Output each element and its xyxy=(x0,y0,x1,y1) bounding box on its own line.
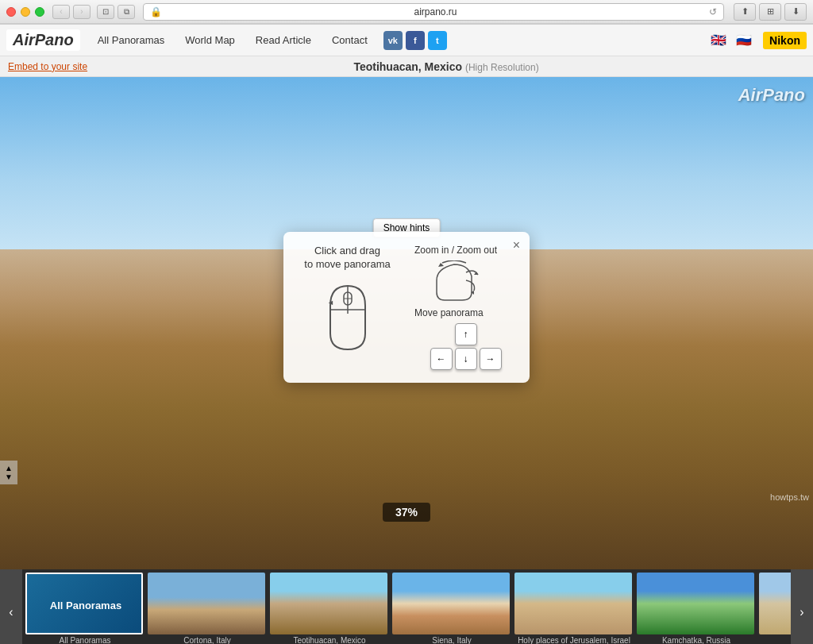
arrow-down-key: ↓ xyxy=(455,348,477,370)
nikon-sponsor: Nikon xyxy=(763,32,807,49)
nav-all-panoramas[interactable]: All Panoramas xyxy=(88,29,175,51)
zoom-hint-label: Zoom in / Zoom out xyxy=(414,245,517,256)
thumb-label-siena: Siena, Italy xyxy=(392,634,511,644)
close-hints-button[interactable]: × xyxy=(513,238,520,253)
thumb-jerusalem-img xyxy=(514,573,632,634)
arrow-right-key: → xyxy=(480,348,502,370)
thumb-img-teotihuacan xyxy=(270,573,387,634)
traffic-lights xyxy=(6,7,44,17)
forward-button[interactable]: › xyxy=(73,5,91,19)
svg-marker-5 xyxy=(438,263,444,267)
sub-bar: Embed to your site Teotihuacan, Mexico (… xyxy=(0,56,813,77)
airpano-watermark: AirPano xyxy=(738,85,805,106)
close-window-btn[interactable] xyxy=(6,7,16,17)
thumb-teotihuacan[interactable]: Teotihuacan, Mexico xyxy=(270,573,389,644)
window-split-btn[interactable]: ⧉ xyxy=(118,5,135,19)
thumb-label-kamchatka: Kamchatka, Russia xyxy=(637,634,756,644)
thumb-all-panoramas[interactable]: All Panoramas All Panoramas xyxy=(25,573,144,644)
thumbnails-next-button[interactable]: › xyxy=(791,569,813,644)
thumb-img-vienna xyxy=(759,573,791,634)
window-resize-btn[interactable]: ⊡ xyxy=(97,5,114,19)
mouse-icon: ◄ xyxy=(316,278,380,357)
russian-flag[interactable]: 🇷🇺 xyxy=(733,33,755,48)
downloads-button[interactable]: ⬇ xyxy=(784,3,807,21)
hints-dialog: × Click and dragto move panorama xyxy=(283,232,530,383)
reload-button[interactable]: ↺ xyxy=(709,6,717,17)
drag-hint: Click and dragto move panorama ◄ xyxy=(296,245,399,361)
thumb-siena-img xyxy=(392,573,510,634)
thumb-cortona-img xyxy=(148,573,265,634)
bookmark-button[interactable]: ⊞ xyxy=(759,3,781,21)
url-display: airpano.ru xyxy=(162,6,709,17)
scroll-zoom-icon xyxy=(414,260,494,304)
language-flags: 🇬🇧 🇷🇺 Nikon xyxy=(707,32,807,49)
app-navbar: AirPano All Panoramas World Map Read Art… xyxy=(0,25,813,56)
svg-text:◄: ◄ xyxy=(327,299,334,307)
thumb-vienna-img xyxy=(759,573,791,634)
zoom-move-hints: Zoom in / Zoom out Move panorama ↑ xyxy=(414,245,517,370)
thumb-img-siena xyxy=(392,573,510,634)
twitter-icon[interactable]: t xyxy=(428,31,447,50)
move-hint-label: Move panorama xyxy=(414,307,517,318)
browser-nav-buttons: ‹ › xyxy=(52,5,91,19)
scroll-indicator: ▲▼ xyxy=(0,461,17,484)
minimize-window-btn[interactable] xyxy=(21,7,30,17)
panorama-area[interactable]: AirPano Show hints × Click and dragto mo… xyxy=(0,77,813,569)
thumb-label-cortona: Cortona, Italy xyxy=(148,634,267,644)
thumb-img-all: All Panoramas xyxy=(25,573,143,634)
vk-icon[interactable]: vk xyxy=(383,31,403,50)
thumb-cortona[interactable]: Cortona, Italy xyxy=(148,573,267,644)
nav-world-map[interactable]: World Map xyxy=(175,29,245,51)
thumb-img-jerusalem xyxy=(514,573,632,634)
thumb-img-kamchatka xyxy=(637,573,754,634)
thumbnail-strip: ‹ All Panoramas All Panoramas Cortona, I… xyxy=(0,569,813,644)
browser-actions: ⬆ ⊞ ⬇ xyxy=(734,3,807,21)
facebook-icon[interactable]: f xyxy=(406,31,425,50)
nav-contact[interactable]: Contact xyxy=(322,29,377,51)
social-icons: vk f t xyxy=(383,31,447,50)
main-nav-menu: All Panoramas World Map Read Article Con… xyxy=(88,29,377,51)
progress-indicator: 37% xyxy=(383,503,430,522)
nav-read-article[interactable]: Read Article xyxy=(246,29,321,51)
back-button[interactable]: ‹ xyxy=(52,5,70,19)
page-title: Teotihuacan, Mexico (High Resolution) xyxy=(87,60,805,73)
arrow-keys: ↑ ← ↓ → xyxy=(414,323,517,370)
drag-hint-label: Click and dragto move panorama xyxy=(296,245,399,272)
thumb-label-teotihuacan: Teotihuacan, Mexico xyxy=(270,634,389,644)
resolution-label: (High Resolution) xyxy=(465,62,539,73)
share-button[interactable]: ⬆ xyxy=(734,3,756,21)
lock-icon: 🔒 xyxy=(150,6,162,17)
hints-content: Click and dragto move panorama ◄ xyxy=(296,245,517,370)
browser-titlebar: ‹ › ⊡ ⧉ 🔒 airpano.ru ↺ ⬆ ⊞ ⬇ xyxy=(0,0,813,24)
thumb-img-cortona xyxy=(148,573,265,634)
thumb-label-jerusalem: Holy places of Jerusalem, Israel xyxy=(514,634,634,644)
embed-link[interactable]: Embed to your site xyxy=(8,61,87,72)
maximize-window-btn[interactable] xyxy=(35,7,44,17)
thumb-jerusalem[interactable]: Holy places of Jerusalem, Israel xyxy=(514,573,634,644)
thumbnails-list: All Panoramas All Panoramas Cortona, Ita… xyxy=(22,569,791,644)
thumb-label-vienna: Vienna, Austria xyxy=(759,634,791,644)
thumb-teotihuacan-img xyxy=(270,573,387,634)
address-bar[interactable]: 🔒 airpano.ru ↺ xyxy=(143,3,724,21)
thumb-kamchatka[interactable]: Kamchatka, Russia xyxy=(637,573,756,644)
english-flag[interactable]: 🇬🇧 xyxy=(707,33,730,48)
thumb-label-all: All Panoramas xyxy=(25,634,144,644)
page-title-text: Teotihuacan, Mexico xyxy=(353,60,462,73)
howtips-watermark: howtps.tw xyxy=(770,492,809,502)
thumbnails-prev-button[interactable]: ‹ xyxy=(0,569,22,644)
thumb-vienna[interactable]: Vienna, Austria xyxy=(759,573,791,644)
thumb-kamchatka-img xyxy=(637,573,754,634)
arrow-up-key: ↑ xyxy=(455,323,477,345)
browser-chrome: ‹ › ⊡ ⧉ 🔒 airpano.ru ↺ ⬆ ⊞ ⬇ xyxy=(0,0,813,25)
thumb-siena[interactable]: Siena, Italy xyxy=(392,573,511,644)
arrow-left-key: ← xyxy=(430,348,453,370)
airpano-logo[interactable]: AirPano xyxy=(6,29,80,51)
all-panoramas-label: All Panoramas xyxy=(27,574,143,634)
